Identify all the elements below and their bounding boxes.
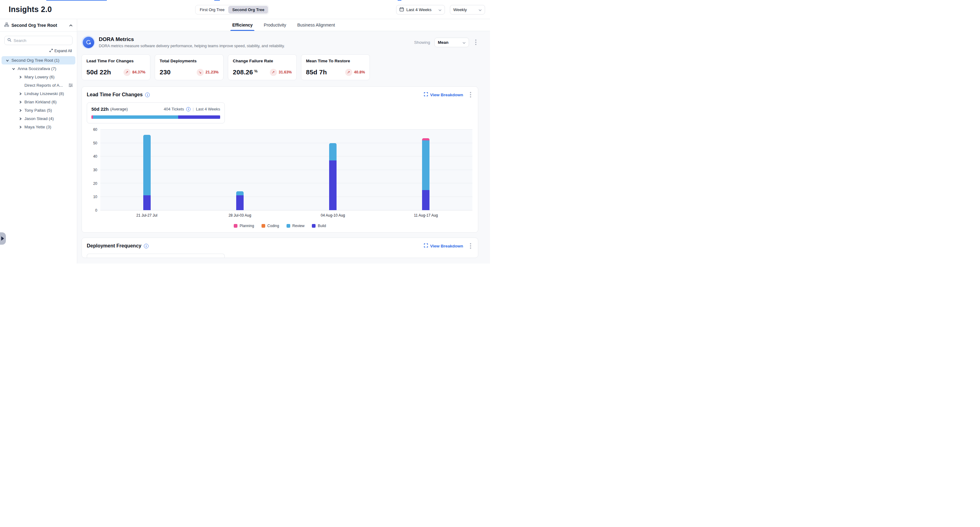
tab-business-alignment[interactable]: Business Alignment: [298, 19, 335, 31]
legend-label: Review: [293, 224, 304, 228]
chart-plot-area: [100, 130, 473, 210]
filter-sliders-icon[interactable]: [68, 83, 73, 87]
tree-item-brian-kirkland-6[interactable]: Brian Kirkland (6): [2, 98, 75, 106]
bar-segment-review[interactable]: [329, 143, 337, 161]
metric-delta: ↗84.37%: [124, 69, 145, 76]
metric-card-title: Change Failure Rate: [233, 59, 292, 63]
legend-label: Coding: [267, 224, 279, 228]
tabs-bar: EfficiencyProductivityBusiness Alignment: [77, 19, 490, 31]
search-input[interactable]: [14, 38, 70, 43]
legend-planning[interactable]: Planning: [234, 224, 254, 228]
top-edge-artifact: [398, 0, 401, 1]
legend-swatch: [312, 224, 315, 228]
tree-item-tony-pallas-5[interactable]: Tony Pallas (5): [2, 106, 75, 114]
metric-card-title: Total Deployments: [160, 59, 219, 63]
legend-build[interactable]: Build: [312, 224, 326, 228]
aggregation-select[interactable]: Mean: [434, 38, 469, 47]
tree-item-mary-lowery-6[interactable]: Mary Lowery (6): [2, 73, 75, 81]
tree-item-jason-stead-4[interactable]: Jason Stead (4): [2, 114, 75, 123]
metric-delta: ↘21.23%: [197, 69, 219, 76]
metric-value: 50d 22h: [86, 68, 111, 76]
y-axis-tick: 60: [87, 127, 97, 132]
tree-item-second-org-tree-root-1[interactable]: Second Org Tree Root (1): [2, 56, 75, 65]
metric-cards: Lead Time For Changes50d 22h↗84.37%Total…: [81, 54, 478, 80]
date-range-select[interactable]: Last 4 Weeks: [396, 5, 445, 14]
chevron-right-icon[interactable]: [19, 76, 22, 79]
org-toggle-second-org-tree[interactable]: Second Org Tree: [229, 6, 268, 14]
info-icon[interactable]: i: [145, 92, 150, 97]
chevron-right-icon[interactable]: [19, 117, 22, 120]
legend-coding[interactable]: Coding: [261, 224, 279, 228]
calendar-icon: [399, 7, 404, 12]
bar-segment-build[interactable]: [143, 195, 151, 210]
app-title: Insights 2.0: [9, 5, 52, 14]
top-bar: Insights 2.0 First Org TreeSecond Org Tr…: [0, 0, 490, 19]
view-breakdown-label: View Breakdown: [430, 244, 463, 248]
legend-review[interactable]: Review: [286, 224, 304, 228]
metric-card-change-failure-rate: Change Failure Rate208.26%↗31.63%: [228, 54, 297, 80]
lead-time-chart: 0102030405060: [87, 130, 473, 210]
chevron-down-icon[interactable]: [6, 59, 9, 62]
metric-card-bottom: 50d 22h↗84.37%: [86, 68, 145, 76]
tree-item-label: Jason Stead (4): [24, 116, 54, 121]
phase-segment-review: [93, 115, 178, 119]
chevron-up-icon[interactable]: [69, 24, 73, 27]
bar-segment-build[interactable]: [422, 190, 430, 210]
metric-card-total-deployments: Total Deployments230↘21.23%: [155, 54, 224, 80]
legend-swatch: [286, 224, 290, 228]
legend-label: Build: [318, 224, 326, 228]
chevron-down-icon: [463, 40, 466, 45]
bar-segment-build[interactable]: [236, 195, 243, 210]
bar-segment-review[interactable]: [422, 140, 430, 190]
chevron-right-icon[interactable]: [19, 101, 22, 104]
bar-segment-review[interactable]: [143, 135, 151, 195]
x-axis-tick: 21 Jul-27 Jul: [137, 213, 158, 217]
tree-item-label: Anna Scozzafava (7): [18, 66, 56, 71]
tree-item-label: Tony Pallas (5): [24, 108, 52, 113]
top-edge-artifact: [46, 0, 107, 1]
granularity-select[interactable]: Weekly: [450, 5, 485, 14]
expand-corners-icon: [424, 243, 428, 248]
info-icon[interactable]: i: [144, 244, 148, 248]
chevron-right-icon[interactable]: [19, 109, 22, 112]
metric-delta-value: 40.8%: [354, 70, 365, 75]
bar-segment-build[interactable]: [329, 160, 337, 210]
view-breakdown-button[interactable]: View Breakdown: [424, 243, 463, 248]
metric-card-lead-time-for-changes: Lead Time For Changes50d 22h↗84.37%: [81, 54, 150, 80]
dora-menu-button[interactable]: [473, 38, 478, 46]
metric-card-bottom: 208.26%↗31.63%: [233, 68, 292, 76]
tab-productivity[interactable]: Productivity: [264, 19, 286, 31]
info-icon[interactable]: i: [186, 107, 191, 111]
gridline: [100, 170, 473, 170]
metric-card-title: Mean Time To Restore: [306, 59, 365, 63]
bar-segment-review[interactable]: [236, 191, 243, 195]
y-axis-tick: 10: [87, 195, 97, 199]
sidebar-collapse-handle[interactable]: [0, 232, 6, 245]
chevron-down-icon[interactable]: [12, 67, 15, 70]
org-tree-toggle: First Org TreeSecond Org Tree: [195, 5, 269, 14]
expand-all-button[interactable]: Expand All: [0, 47, 77, 54]
view-breakdown-button[interactable]: View Breakdown: [424, 92, 463, 97]
sidebar-search[interactable]: [4, 36, 73, 45]
trend-down-icon: ↘: [197, 69, 204, 76]
search-icon: [7, 38, 11, 43]
tree-item-maya-yette-3[interactable]: Maya Yette (3): [2, 123, 75, 131]
metric-unit: %: [254, 69, 258, 73]
tree-item-label: Maya Yette (3): [24, 125, 51, 129]
org-toggle-first-org-tree[interactable]: First Org Tree: [196, 6, 228, 14]
divider: |: [192, 107, 194, 111]
metric-card-mean-time-to-restore: Mean Time To Restore85d 7h↗40.8%: [301, 54, 370, 80]
metric-delta-value: 84.37%: [132, 70, 145, 75]
chevron-right-icon[interactable]: [19, 125, 22, 129]
tree-item-anna-scozzafava-7[interactable]: Anna Scozzafava (7): [2, 65, 75, 73]
metric-delta: ↗31.63%: [270, 69, 292, 76]
legend-label: Planning: [240, 224, 254, 228]
tree-item-lindsay-liszewski-8[interactable]: Lindsay Liszewski (8): [2, 89, 75, 98]
aggregation-value: Mean: [438, 40, 460, 45]
tab-efficiency[interactable]: Efficiency: [232, 19, 253, 31]
chevron-right-icon[interactable]: [19, 92, 22, 95]
lead-time-menu-button[interactable]: [468, 91, 473, 99]
deployment-menu-button[interactable]: [468, 242, 473, 250]
tree-item-direct-reports-of-a[interactable]: Direct Reports of A...: [2, 81, 75, 89]
y-axis-tick: 20: [87, 181, 97, 186]
